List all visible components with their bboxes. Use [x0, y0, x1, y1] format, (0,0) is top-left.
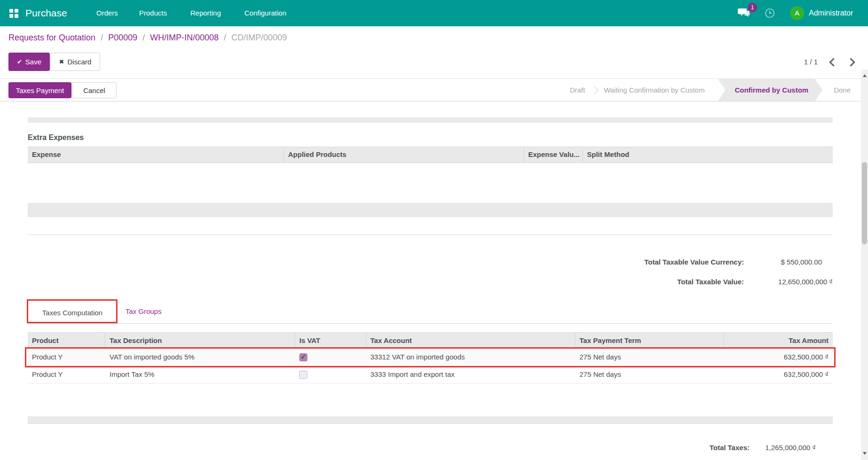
apps-grid-square — [15, 9, 18, 13]
is-vat-checkbox[interactable] — [299, 353, 307, 361]
breadcrumb-link-po[interactable]: P00009 — [108, 33, 137, 42]
save-button[interactable]: ✔ Save — [8, 53, 50, 71]
step-confirmed-by-custom[interactable]: Confirmed by Custom — [718, 79, 822, 101]
discard-button-label: Discard — [68, 58, 92, 66]
extra-expenses-table-bottom-border — [28, 234, 833, 235]
check-icon: ✔ — [17, 58, 22, 65]
breadcrumb-link-receipt[interactable]: WH/IMP-IN/00008 — [150, 33, 219, 42]
total-taxable-value-currency-value: $ 550,000.00 — [728, 258, 822, 266]
step-waiting-confirmation[interactable]: Waiting Confirmation by Custom — [595, 86, 713, 94]
status-steps: Draft Waiting Confirmation by Custom Con… — [561, 79, 851, 101]
cell-tax-payment-term[interactable]: 275 Net days — [575, 366, 724, 383]
cell-tax-payment-term[interactable]: 275 Net days — [575, 349, 724, 366]
statusbar: Taxes Payment Cancel Draft Waiting Confi… — [0, 78, 868, 101]
cell-tax-amount[interactable]: 632,500,000 ₫ — [724, 366, 833, 383]
total-taxable-value-currency-label: Total Taxable Value Currency: — [550, 258, 744, 266]
column-split-method[interactable]: Split Method — [583, 147, 833, 163]
cell-product[interactable]: Product Y — [28, 349, 105, 366]
extra-expenses-title: Extra Expenses — [28, 133, 84, 142]
breadcrumb-link-rfq[interactable]: Requests for Quotation — [8, 33, 95, 42]
app-window: Purchase Orders Products Reporting Confi… — [0, 0, 868, 460]
breadcrumb-separator: / — [221, 33, 229, 42]
user-menu[interactable]: Administrator — [809, 0, 853, 26]
apps-grid-square — [15, 14, 18, 18]
scrollbar-up-icon[interactable] — [863, 74, 867, 77]
column-product[interactable]: Product — [28, 333, 105, 349]
cell-is-vat — [295, 349, 366, 366]
taxes-table-footer-strip — [28, 416, 833, 424]
x-icon: ✖ — [59, 58, 64, 65]
discard-button[interactable]: ✖ Discard — [50, 53, 100, 71]
cell-tax-description[interactable]: Import Tax 5% — [105, 366, 295, 383]
save-button-label: Save — [25, 58, 41, 66]
total-taxes-value: 1,265,000,000 ₫ — [728, 444, 816, 452]
app-title[interactable]: Purchase — [25, 0, 67, 26]
column-tax-description[interactable]: Tax Description — [105, 333, 295, 349]
extra-expenses-header-row: Expense Applied Products Expense Valu...… — [28, 147, 833, 163]
cell-product[interactable]: Product Y — [28, 366, 105, 383]
pager-previous-icon[interactable] — [829, 58, 837, 66]
tabs-underline — [28, 323, 833, 324]
column-tax-amount[interactable]: Tax Amount — [724, 333, 833, 349]
column-tax-payment-term[interactable]: Tax Payment Term — [575, 333, 724, 349]
section-divider-strip — [28, 117, 833, 123]
menu-products[interactable]: Products — [139, 0, 167, 26]
breadcrumb-separator: / — [98, 33, 106, 42]
menu-configuration[interactable]: Configuration — [244, 0, 286, 26]
cell-tax-account[interactable]: 33312 VAT on imported goods — [366, 349, 575, 366]
scrollbar-down-icon[interactable] — [863, 452, 867, 455]
cell-tax-description[interactable]: VAT on imported goods 5% — [105, 349, 295, 366]
column-tax-account[interactable]: Tax Account — [366, 333, 575, 349]
step-done[interactable]: Done — [822, 86, 851, 94]
table-row[interactable]: Product Y VAT on imported goods 5% 33312… — [28, 349, 833, 366]
scrollbar-track[interactable] — [861, 70, 868, 460]
avatar[interactable]: A — [790, 6, 804, 20]
column-applied-products[interactable]: Applied Products — [284, 147, 524, 163]
menu-reporting[interactable]: Reporting — [190, 0, 221, 26]
column-expense[interactable]: Expense — [28, 147, 284, 163]
extra-expenses-empty-band — [28, 203, 833, 217]
scrollbar-thumb[interactable] — [862, 162, 867, 244]
column-is-vat[interactable]: Is VAT — [295, 333, 366, 349]
is-vat-checkbox[interactable] — [299, 371, 307, 379]
cell-tax-amount[interactable]: 632,500,000 ₫ — [724, 349, 833, 366]
column-expense-value[interactable]: Expense Valu... — [524, 147, 583, 163]
top-navbar: Purchase Orders Products Reporting Confi… — [0, 0, 868, 26]
apps-grid-square — [9, 9, 13, 13]
taxes-payment-button[interactable]: Taxes Payment — [8, 82, 71, 98]
tab-tax-groups[interactable]: Tax Groups — [125, 307, 162, 315]
total-taxable-value-value: 12,650,000,000 ₫ — [728, 278, 833, 286]
cancel-button[interactable]: Cancel — [72, 82, 117, 98]
cell-is-vat — [295, 366, 366, 383]
table-row[interactable]: Product Y Import Tax 5% 3333 Import and … — [28, 366, 833, 383]
apps-grid-icon[interactable] — [9, 9, 18, 18]
breadcrumb-separator: / — [140, 33, 148, 42]
breadcrumb: Requests for Quotation / P00009 / WH/IMP… — [8, 33, 287, 43]
total-taxable-value-label: Total Taxable Value: — [550, 278, 744, 286]
pager-next-icon[interactable] — [846, 58, 855, 66]
breadcrumb-current: CD/IMP/00009 — [231, 33, 287, 42]
taxes-table-header-row: Product Tax Description Is VAT Tax Accou… — [28, 332, 833, 349]
tab-taxes-computation[interactable]: Taxes Computation — [32, 302, 113, 323]
activities-clock-icon[interactable] — [765, 8, 774, 18]
menu-orders[interactable]: Orders — [96, 0, 118, 26]
pager-count: 1 / 1 — [790, 53, 818, 71]
step-draft[interactable]: Draft — [561, 86, 594, 94]
cell-tax-account[interactable]: 3333 Import and export tax — [366, 366, 575, 383]
apps-grid-square — [9, 14, 13, 18]
messages-badge: 1 — [748, 3, 757, 12]
